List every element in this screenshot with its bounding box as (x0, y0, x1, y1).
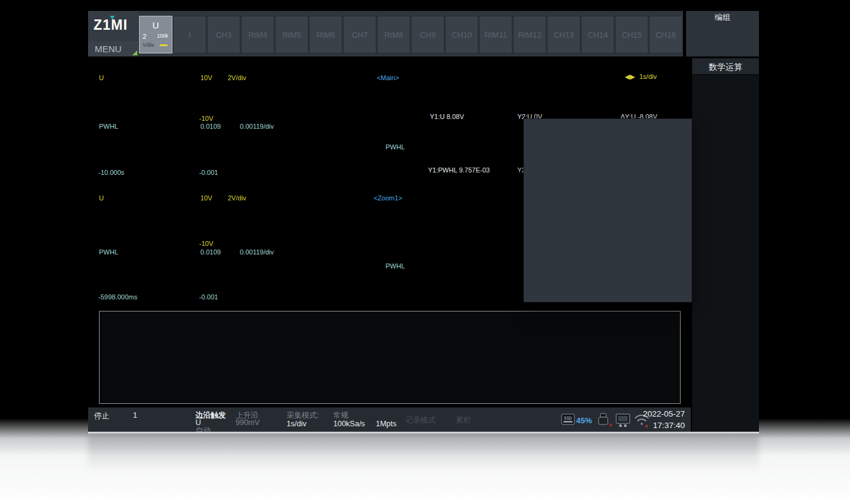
trace3-scale: 2V/div (226, 194, 248, 202)
brand-logo: Z1MI (93, 17, 127, 33)
run-state: 停止 (94, 411, 109, 421)
trace2-left-time: -10.000s (98, 169, 124, 176)
measurement-table (99, 311, 681, 404)
softkey-menu-title: 数学运算 (692, 58, 759, 75)
reflection (88, 434, 759, 483)
accumulate-label: 累积 (439, 415, 488, 426)
status-time: 17:37:40 (606, 421, 685, 430)
trace4-trace-label: PWHL (386, 262, 405, 270)
math-settings-dialog (523, 118, 692, 302)
record-mode-label: 记录模式 (402, 415, 439, 426)
trace4-upper: 0.0109 (199, 248, 222, 256)
trace1-scale: 2V/div (226, 74, 248, 81)
trace2-trace-label: PWHL (386, 143, 405, 151)
cursor-measure-y1-u: Y1:U 8.08V (430, 113, 464, 120)
svg-text:SSD: SSD (564, 416, 573, 420)
channel-tab-ch7[interactable]: CH7 (343, 16, 376, 53)
trace3-bottom-label: -10V (199, 240, 213, 247)
timebase-arrows-icon: ◀▶ (625, 73, 635, 80)
logo-block: Z1MI MENU (88, 11, 138, 56)
active-tab-label: U (140, 20, 172, 30)
channel-tab-ch9[interactable]: CH9 (411, 16, 444, 53)
channel-tab-rtm12[interactable]: RtM12 (513, 16, 546, 53)
menu-label: MENU (95, 44, 121, 54)
channel-tab-rtm5[interactable]: RtM5 (275, 16, 308, 53)
trace3-channel-label: U (98, 194, 105, 202)
channel-tab-rtm8[interactable]: RtM8 (377, 16, 410, 53)
channel-tab-ch13[interactable]: CH13 (547, 16, 580, 53)
acq-count: 1 (133, 411, 137, 420)
ssd-storage-icon: SSD (562, 414, 574, 424)
trace4-lower: -0.001 (199, 293, 218, 301)
trace1-channel-label: U (98, 74, 105, 81)
trace2-channel-label: PWHL (98, 123, 120, 130)
channel-tab-ch3[interactable]: CH3 (207, 16, 240, 53)
oscilloscope-screen: Z1MI MENU U2100kV/divICH3RtM4RtM5RtM6CH7… (88, 11, 759, 432)
group-panel: 编组 (683, 11, 759, 56)
channel-tab-u[interactable]: U2100kV/div (139, 16, 172, 53)
channel-tab-i[interactable]: I (173, 16, 206, 53)
zoom1-window-label: <Zoom1> (353, 194, 423, 202)
top-channel-bar: Z1MI MENU U2100kV/divICH3RtM4RtM5RtM6CH7… (88, 11, 759, 56)
trace4-channel-label: PWHL (98, 248, 120, 256)
trace2-lower: -0.001 (199, 169, 218, 176)
main-window-label: <Main> (353, 74, 423, 81)
group-title: 编组 (686, 12, 759, 23)
storage-percent: 45% (576, 416, 592, 425)
trace1-range: 10V (199, 74, 214, 81)
channel-tab-strip: U2100kV/divICH3RtM4RtM5RtM6CH7RtM8CH9CH1… (139, 16, 682, 55)
active-tab-rate: 100k (157, 33, 168, 39)
trigger-level: 990mV (236, 418, 260, 427)
trace2-upper: 0.0109 (199, 123, 222, 130)
status-bar: 停止 1 边沿触发 U 自动 上升沿 990mV 采集模式: 1s/div 常规… (88, 406, 691, 432)
acq-sample-rate: 100kSa/s (333, 420, 365, 428)
channel-tab-rtm4[interactable]: RtM4 (241, 16, 274, 53)
acq-timebase: 1s/div (287, 420, 307, 428)
trace4-left-time: -5998.000ms (98, 293, 137, 301)
trace2-scale: 0.00119/div (239, 123, 275, 130)
channel-tab-ch10[interactable]: CH10 (445, 16, 478, 53)
active-tab-vdiv-value: 2 (143, 33, 146, 40)
menu-button[interactable]: MENU (88, 41, 138, 56)
channel-tab-rtm6[interactable]: RtM6 (309, 16, 342, 53)
channel-tab-ch14[interactable]: CH14 (581, 16, 614, 53)
cursor-measure-y1-pwhl: Y1:PWHL 9.757E-03 (428, 166, 490, 174)
channel-tab-ch16[interactable]: CH16 (649, 16, 682, 53)
channel-tab-rtm11[interactable]: RtM11 (479, 16, 512, 53)
trace1-bottom-label: -10V (199, 115, 213, 122)
active-tab-vdiv-unit: V/div (143, 42, 154, 48)
menu-corner-icon (132, 50, 137, 55)
timebase-label: 1s/div (638, 73, 658, 80)
channel-color-indicator (160, 44, 168, 46)
status-date: 2022-05-27 (606, 409, 685, 418)
logo-accent-icon (110, 16, 115, 19)
channel-tab-ch15[interactable]: CH15 (615, 16, 648, 53)
softkey-menu: 数学运算 (692, 58, 759, 432)
trace3-range: 10V (199, 194, 214, 202)
trace4-scale: 0.00119/div (239, 248, 275, 256)
acq-record-length: 1Mpts (376, 420, 396, 428)
